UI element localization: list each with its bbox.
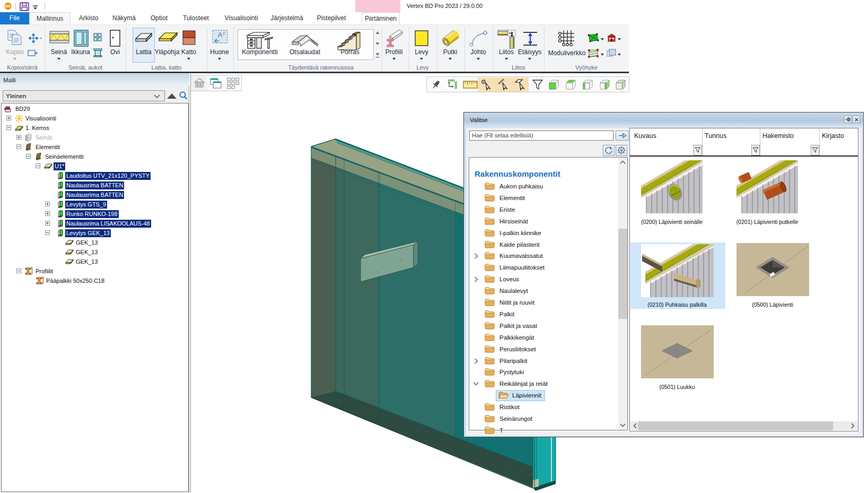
svg-text:BD: BD xyxy=(5,4,11,8)
svg-text:2: 2 xyxy=(223,31,225,36)
svg-text:A: A xyxy=(218,31,223,39)
